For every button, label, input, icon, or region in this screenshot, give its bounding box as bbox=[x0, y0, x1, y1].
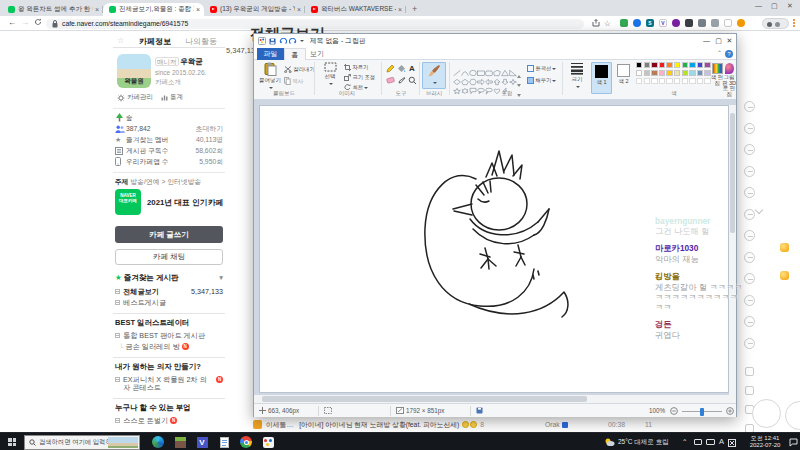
chat-username[interactable]: 킹방울 bbox=[655, 271, 797, 282]
palette-empty-slot[interactable] bbox=[659, 78, 665, 84]
browser-menu-icon[interactable] bbox=[793, 19, 795, 28]
cafe-logo[interactable]: 왁물원 bbox=[117, 54, 151, 88]
shape-heart-icon[interactable] bbox=[493, 81, 501, 89]
palette-empty-slot[interactable] bbox=[682, 78, 688, 84]
shape-lightning-icon[interactable] bbox=[501, 81, 509, 89]
list-circle-icon[interactable] bbox=[744, 101, 755, 112]
shape-rounded-rectangle-icon[interactable] bbox=[485, 63, 493, 71]
back-icon[interactable]: ← bbox=[8, 18, 16, 27]
sidebar-item[interactable]: 전체글보기5,347,133 bbox=[113, 286, 225, 298]
sidebar-item[interactable]: └금손 일러레의 방N bbox=[113, 342, 225, 354]
color-picker-icon[interactable] bbox=[396, 75, 406, 85]
browser-tab[interactable]: 전체글보기,왁물원 : 종합 게시...× bbox=[103, 3, 204, 16]
brush-button[interactable] bbox=[422, 62, 446, 89]
palette-color[interactable] bbox=[644, 62, 650, 68]
collapse-ribbon-icon[interactable]: ⌃ bbox=[717, 49, 722, 56]
document-taskbar-icon[interactable] bbox=[216, 434, 232, 450]
shape-line-icon[interactable] bbox=[453, 63, 461, 71]
list-circle-icon[interactable] bbox=[744, 166, 755, 177]
palette-color[interactable] bbox=[644, 70, 650, 76]
tray-expand-icon[interactable]: ⌃ bbox=[682, 438, 687, 446]
weather-text[interactable]: 25°C 대체로 흐림 bbox=[618, 438, 669, 447]
taskbar-search[interactable]: 검색하려면 여기에 입력하십시 bbox=[24, 435, 140, 450]
palette-color[interactable] bbox=[697, 62, 703, 68]
keyboard-tray-icon[interactable] bbox=[706, 439, 715, 445]
select-button[interactable]: 선택 bbox=[318, 62, 342, 86]
pencil-icon[interactable] bbox=[385, 63, 395, 73]
tab-close-icon[interactable]: × bbox=[297, 6, 301, 13]
palette-empty-slot[interactable] bbox=[689, 78, 695, 84]
scroll-top-fab[interactable] bbox=[752, 399, 781, 428]
extension-icon[interactable] bbox=[685, 19, 693, 27]
post-category[interactable]: 이세돌… bbox=[266, 420, 293, 430]
shape-oval-callout-icon[interactable] bbox=[477, 81, 485, 89]
palette-color[interactable] bbox=[636, 62, 642, 68]
tab-my-activity[interactable]: 나의활동 bbox=[185, 36, 217, 47]
palette-color[interactable] bbox=[682, 62, 688, 68]
shape-curve-icon[interactable] bbox=[461, 63, 469, 71]
shape-oval-icon[interactable] bbox=[469, 63, 477, 71]
copy-button[interactable]: 복사 bbox=[284, 77, 303, 85]
list-circle-icon[interactable] bbox=[744, 123, 755, 134]
ime-mode[interactable]: A bbox=[719, 437, 724, 446]
extension-icon[interactable]: S bbox=[646, 19, 654, 27]
ime-options-icon[interactable] bbox=[728, 439, 736, 448]
shape-cloud-callout-icon[interactable] bbox=[485, 81, 493, 89]
chevron-down-icon[interactable] bbox=[756, 207, 762, 213]
palette-color[interactable] bbox=[697, 70, 703, 76]
palette-color[interactable] bbox=[659, 70, 665, 76]
palette-empty-slot[interactable] bbox=[674, 78, 680, 84]
sidebar-item[interactable]: 통합 BEST 팬아트 게시판 bbox=[113, 330, 225, 342]
chevron-down-icon[interactable]: ▾ bbox=[219, 273, 223, 282]
taskbar-clock[interactable]: 오전 12:412022-07-20 bbox=[742, 435, 788, 449]
browser-maximize-button[interactable]: ▢ bbox=[771, 2, 778, 10]
paint-close-button[interactable]: ✕ bbox=[724, 34, 735, 48]
shape-rounded-callout-icon[interactable] bbox=[469, 81, 477, 89]
browser-tab[interactable]: (13) 우왁굳의 게임방송 - YouTu× bbox=[204, 3, 305, 16]
undo-icon[interactable] bbox=[279, 38, 287, 45]
shape-triangle-icon[interactable] bbox=[501, 63, 509, 71]
tab-close-icon[interactable]: × bbox=[95, 6, 99, 13]
sidebar-item[interactable]: 베스트게시글 bbox=[113, 298, 225, 310]
palette-empty-slot[interactable] bbox=[636, 78, 642, 84]
extension-icon[interactable] bbox=[711, 19, 719, 27]
forward-icon[interactable]: → bbox=[21, 18, 29, 27]
browser-close-button[interactable]: ✕ bbox=[787, 2, 793, 10]
star-icon[interactable]: ☆ bbox=[117, 36, 124, 45]
extension-icon[interactable]: V bbox=[659, 19, 667, 27]
paint-maximize-button[interactable]: ▢ bbox=[713, 34, 724, 48]
browser-minimize-button[interactable]: — bbox=[755, 2, 762, 9]
start-button[interactable] bbox=[8, 438, 16, 446]
help-icon[interactable]: ? bbox=[725, 50, 733, 58]
magnifier-icon[interactable] bbox=[407, 75, 417, 85]
text-icon[interactable]: A bbox=[407, 63, 417, 73]
post-row[interactable]: 이세돌… [아이네] 아이네님 현재 노래방 상황(feat. 피아노선세) 8… bbox=[253, 418, 800, 431]
palette-color[interactable] bbox=[682, 70, 688, 76]
shape-five-point-star-icon[interactable] bbox=[453, 81, 461, 89]
device-tray-icon[interactable] bbox=[694, 439, 702, 445]
bookmark-star-icon[interactable]: ☆ bbox=[604, 19, 611, 28]
new-tab-button[interactable]: + bbox=[412, 4, 417, 14]
shape-right-triangle-icon[interactable] bbox=[509, 63, 517, 71]
browser-tab[interactable]: 왁타버스 WAKTAVERSE - YouTu× bbox=[305, 3, 406, 16]
palette-color[interactable] bbox=[674, 62, 680, 68]
resize-button[interactable]: 크기 조정 bbox=[344, 74, 375, 81]
palette-color[interactable] bbox=[674, 70, 680, 76]
outline-button[interactable]: 윤곽선 bbox=[527, 65, 556, 72]
color2-button[interactable]: 색 2 bbox=[614, 62, 633, 94]
extension-icon[interactable] bbox=[633, 19, 641, 27]
fill-button[interactable]: 채우기 bbox=[527, 77, 556, 84]
palette-color[interactable] bbox=[651, 70, 657, 76]
list-checkbox[interactable] bbox=[745, 367, 754, 376]
tab-close-icon[interactable]: × bbox=[398, 6, 402, 13]
palette-color[interactable] bbox=[659, 62, 665, 68]
scrollbar-thumb[interactable] bbox=[730, 113, 735, 233]
minecraft-taskbar-icon[interactable] bbox=[172, 434, 188, 450]
chat-username[interactable]: bayerngunner bbox=[655, 216, 797, 226]
extension-icon[interactable] bbox=[724, 19, 732, 27]
extension-icon[interactable] bbox=[698, 19, 706, 27]
palette-color[interactable] bbox=[689, 62, 695, 68]
menu-file[interactable]: 파일 bbox=[257, 48, 284, 60]
color1-button[interactable]: 색 1 bbox=[591, 62, 612, 94]
post-title[interactable]: [아이네] 아이네님 현재 노래방 상황(feat. 피아노선세) bbox=[299, 420, 459, 430]
